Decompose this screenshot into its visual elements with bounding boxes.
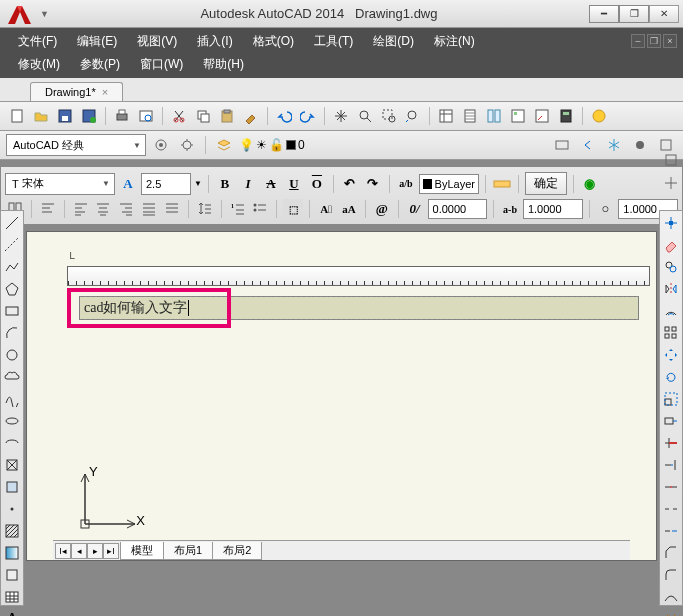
open-icon[interactable] <box>30 105 52 127</box>
array-icon[interactable] <box>661 324 681 342</box>
numbering-icon[interactable]: 1 <box>228 199 248 219</box>
align-distribute-icon[interactable] <box>162 199 182 219</box>
doc-minimize-button[interactable]: – <box>631 34 645 48</box>
width-factor-icon[interactable]: ○ <box>596 199 616 219</box>
bullets-icon[interactable] <box>251 199 271 219</box>
arc-icon[interactable] <box>2 324 22 342</box>
menu-file[interactable]: 文件(F) <box>8 30 67 53</box>
line-icon[interactable] <box>2 214 22 232</box>
chamfer-icon[interactable] <box>661 544 681 561</box>
overline-button[interactable]: O <box>307 174 327 194</box>
uppercase-icon[interactable]: A͇ <box>316 199 336 219</box>
maximize-button[interactable]: ❐ <box>619 5 649 23</box>
extend-icon[interactable] <box>661 456 681 474</box>
layer-properties-icon[interactable] <box>213 134 235 156</box>
window-control-dropdown[interactable]: ▼ <box>40 9 49 19</box>
viewcube-toggle-icon[interactable] <box>661 150 681 170</box>
ruler[interactable] <box>67 266 650 286</box>
italic-button[interactable]: I <box>238 174 258 194</box>
bold-button[interactable]: B <box>215 174 235 194</box>
align-center-icon[interactable] <box>94 199 114 219</box>
revcloud-icon[interactable] <box>2 368 22 386</box>
tab-close-icon[interactable]: × <box>102 86 108 98</box>
oblique-angle-icon[interactable]: 0/ <box>405 199 425 219</box>
saveas-icon[interactable] <box>78 105 100 127</box>
drawing-area[interactable]: └ cad如何输入文字 Y X I◂ ◂ ▸ ▸I 模型 布局1 布局2 <box>26 231 657 561</box>
menu-help[interactable]: 帮助(H) <box>193 53 254 76</box>
menu-draw[interactable]: 绘图(D) <box>363 30 424 53</box>
scale-icon[interactable] <box>661 390 681 408</box>
minimize-button[interactable]: ━ <box>589 5 619 23</box>
tracking-icon[interactable]: a-b <box>500 199 520 219</box>
stretch-icon[interactable] <box>661 412 681 430</box>
doc-close-button[interactable]: × <box>663 34 677 48</box>
help-icon[interactable] <box>588 105 610 127</box>
mirror-icon[interactable] <box>661 280 681 298</box>
line-spacing-icon[interactable] <box>195 199 215 219</box>
polygon-icon[interactable] <box>2 280 22 298</box>
options-icon[interactable]: ◉ <box>580 174 600 194</box>
pan-icon[interactable] <box>330 105 352 127</box>
trim-icon[interactable] <box>661 434 681 452</box>
align-justify-icon[interactable] <box>139 199 159 219</box>
construction-line-icon[interactable] <box>2 236 22 254</box>
tab-next-icon[interactable]: ▸ <box>87 543 103 559</box>
menu-view[interactable]: 视图(V) <box>127 30 187 53</box>
hatch-icon[interactable] <box>2 522 22 540</box>
ok-button[interactable]: 确定 <box>525 172 567 195</box>
field-icon[interactable]: ⬚ <box>283 199 303 219</box>
menu-modify[interactable]: 修改(M) <box>8 53 70 76</box>
designcenter-icon[interactable] <box>507 105 529 127</box>
cut-icon[interactable] <box>168 105 190 127</box>
print-icon[interactable] <box>111 105 133 127</box>
strikethrough-button[interactable]: A <box>261 174 281 194</box>
properties-icon[interactable] <box>435 105 457 127</box>
erase-icon[interactable] <box>661 236 681 254</box>
menu-parametric[interactable]: 参数(P) <box>70 53 130 76</box>
rectangle-icon[interactable] <box>2 302 22 320</box>
break-at-point-icon[interactable] <box>661 478 681 496</box>
spline-icon[interactable] <box>2 390 22 408</box>
layer-previous-icon[interactable] <box>577 134 599 156</box>
tab-first-icon[interactable]: I◂ <box>55 543 71 559</box>
save-icon[interactable] <box>54 105 76 127</box>
layer-freeze-icon[interactable] <box>603 134 625 156</box>
gear-icon[interactable] <box>176 134 198 156</box>
menu-insert[interactable]: 插入(I) <box>187 30 242 53</box>
oblique-value[interactable]: 0.0000 <box>428 199 488 219</box>
gradient-icon[interactable] <box>2 544 22 561</box>
polyline-icon[interactable] <box>2 258 22 276</box>
undo-text-icon[interactable]: ↶ <box>340 174 360 194</box>
navbar-toggle-icon[interactable] <box>661 173 681 193</box>
undo-icon[interactable] <box>273 105 295 127</box>
workspace-dropdown[interactable]: AutoCAD 经典 <box>6 134 146 156</box>
ellipse-icon[interactable] <box>2 412 22 430</box>
workspace-settings-icon[interactable] <box>150 134 172 156</box>
matchprop-icon[interactable] <box>240 105 262 127</box>
tab-drawing[interactable]: Drawing1* × <box>30 82 123 101</box>
point-icon[interactable] <box>2 500 22 518</box>
plot-preview-icon[interactable] <box>135 105 157 127</box>
layer-off-icon[interactable] <box>629 134 651 156</box>
new-icon[interactable] <box>6 105 28 127</box>
redo-text-icon[interactable]: ↷ <box>363 174 383 194</box>
tab-model[interactable]: 模型 <box>120 542 164 560</box>
symbol-icon[interactable]: @ <box>372 199 392 219</box>
align-left-icon[interactable] <box>71 199 91 219</box>
tab-last-icon[interactable]: ▸I <box>103 543 119 559</box>
tab-layout2[interactable]: 布局2 <box>212 542 262 560</box>
ellipse-arc-icon[interactable] <box>2 434 22 452</box>
ruler-icon[interactable] <box>492 174 512 194</box>
zoom-realtime-icon[interactable] <box>354 105 376 127</box>
layer-isolate-icon[interactable] <box>551 134 573 156</box>
tracking-value[interactable]: 1.0000 <box>523 199 583 219</box>
doc-restore-button[interactable]: ❐ <box>647 34 661 48</box>
copy-object-icon[interactable] <box>661 258 681 276</box>
menu-dimension[interactable]: 标注(N) <box>424 30 485 53</box>
make-block-icon[interactable] <box>2 478 22 496</box>
move-icon[interactable] <box>661 346 681 364</box>
offset-icon[interactable] <box>661 302 681 320</box>
underline-button[interactable]: U <box>284 174 304 194</box>
tool-palettes-icon[interactable] <box>483 105 505 127</box>
menu-window[interactable]: 窗口(W) <box>130 53 193 76</box>
